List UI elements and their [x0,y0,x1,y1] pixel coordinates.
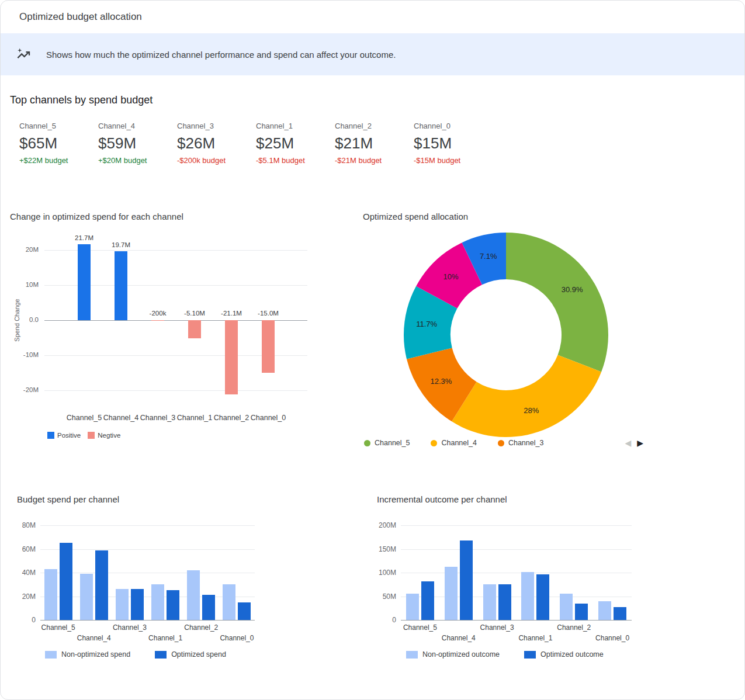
legend-swatch [155,651,167,659]
donut-slice-Channel_4 [452,355,601,437]
x-axis-label: Channel_2 [212,414,251,422]
non-optimized-bar-Channel_2 [560,594,573,620]
channel-budget-delta: +$20M budget [98,156,177,165]
chart-title-spend-change: Change in optimized spend for each chann… [10,212,183,221]
x-axis-label: Channel_1 [175,414,214,422]
y-tick-label: 10M [8,281,39,288]
channel-spend-value: $15M [414,134,493,153]
incremental-outcome-legend: Non-optimized outcomeOptimized outcome [406,650,604,659]
legend-item-Channel_4: Channel_4 [431,439,476,447]
gridline [401,573,632,573]
donut-slice-percent-label: 12.3% [430,377,452,386]
y-tick-label: 100M [370,569,396,577]
gridline [40,573,255,573]
pager-prev-icon[interactable]: ◀ [625,439,631,447]
legend-label: Channel_5 [375,439,410,447]
optimized-bar-Channel_3 [131,589,144,620]
spend-change-bar-Channel_2 [225,320,238,394]
y-tick-label: -20M [8,386,39,393]
x-axis-label: Channel_2 [553,623,594,632]
banner-text: Shows how much the optimized channel per… [46,50,396,60]
optimized-bar-Channel_4 [460,540,473,620]
bar-value-label: -15.0M [248,310,289,317]
bar-value-label: -21.1M [211,310,252,317]
optimized-bar-Channel_0 [238,602,251,620]
optimized-bar-Channel_2 [575,604,588,620]
chart-title-incremental-outcome: Incremental outcome per channel [377,494,507,504]
x-axis-label: Channel_0 [592,634,633,642]
top-channels-heading: Top channels by spend budget [10,94,153,106]
gridline [44,390,307,391]
optimized-bar-Channel_5 [421,581,434,620]
legend-swatch [88,432,95,439]
channel-budget-delta: -$15M budget [414,156,493,165]
spend-change-bar-Channel_4 [115,251,127,320]
chart-title-spend-allocation: Optimized spend allocation [363,212,468,221]
optimized-budget-report: Optimized budget allocation Shows how mu… [0,0,745,700]
non-optimized-bar-Channel_3 [483,584,496,620]
legend-label: Negtive [98,432,120,439]
non-optimized-bar-Channel_0 [598,601,611,620]
bar-value-label: 19.7M [101,241,141,248]
optimized-bar-Channel_1 [167,590,179,620]
optimized-bar-Channel_1 [536,574,549,620]
non-optimized-bar-Channel_0 [223,584,235,620]
insights-icon [16,47,32,63]
non-optimized-bar-Channel_5 [406,594,419,620]
optimized-bar-Channel_2 [202,595,215,620]
channel-spend-value: $59M [98,134,177,153]
legend-dot [364,440,370,446]
y-tick-label: -10M [8,351,39,358]
channel-budget-delta: -$5.1M budget [256,156,335,165]
channel-card: Channel_4$59M+$20M budget [98,122,177,165]
x-axis-label: Channel_5 [400,623,441,632]
non-optimized-bar-Channel_2 [187,570,200,620]
y-tick-label: 0 [370,616,396,624]
chart-title-budget-spend: Budget spend per channel [17,494,119,504]
legend-swatch [406,651,418,659]
non-optimized-bar-Channel_4 [445,567,458,620]
pager-next-icon[interactable]: ▶ [637,439,643,447]
bar-value-label: 21.7M [64,234,105,241]
channel-budget-delta: -$21M budget [335,156,414,165]
optimized-bar-Channel_3 [498,584,511,620]
legend-dot [431,440,437,446]
budget-spend-legend: Non-optimized spendOptimized spend [45,650,226,659]
non-optimized-bar-Channel_3 [116,589,129,620]
non-optimized-bar-Channel_1 [521,572,534,620]
channel-card: Channel_3$26M-$200k budget [177,122,256,165]
channel-spend-value: $65M [19,134,98,153]
non-optimized-bar-Channel_5 [44,569,57,620]
legend-label: Non-optimized outcome [422,650,500,659]
donut-slice-percent-label: 30.9% [562,285,583,294]
y-tick-label: 20M [10,592,36,601]
legend-label: Optimized outcome [540,650,604,659]
x-axis-label: Channel_0 [249,414,287,422]
x-axis-label: Channel_3 [109,623,150,632]
spend-change-bar-Channel_5 [78,244,91,320]
legend-pager: ◀ ▶ [625,439,643,447]
budget-spend-bar-chart: 020M40M60M80MChannel_5Channel_4Channel_3… [40,525,255,620]
gridline [40,525,255,526]
page-title: Optimized budget allocation [19,11,142,23]
x-axis-label: Channel_3 [138,414,177,422]
gridline [401,597,632,597]
legend-swatch [47,432,54,439]
channel-name: Channel_1 [256,122,335,130]
spend-allocation-donut-chart: 30.9%28%12.3%11.7%10%7.1% [401,230,611,440]
legend-item: Optimized spend [155,650,226,659]
channel-name: Channel_5 [19,122,98,130]
non-optimized-bar-Channel_4 [80,574,93,620]
gridline [40,549,255,550]
bar-value-label: -200k [137,310,178,317]
legend-label: Positive [57,432,81,439]
channel-budget-delta: -$200k budget [177,156,256,165]
channel-spend-value: $25M [256,134,335,153]
y-tick-label: 40M [10,569,36,577]
gridline [401,620,632,621]
y-tick-label: 80M [10,521,36,529]
legend-label: Non-optimized spend [61,650,130,659]
donut-slice-percent-label: 10% [443,272,459,281]
channel-spend-value: $21M [335,134,414,153]
channel-name: Channel_3 [177,122,256,130]
